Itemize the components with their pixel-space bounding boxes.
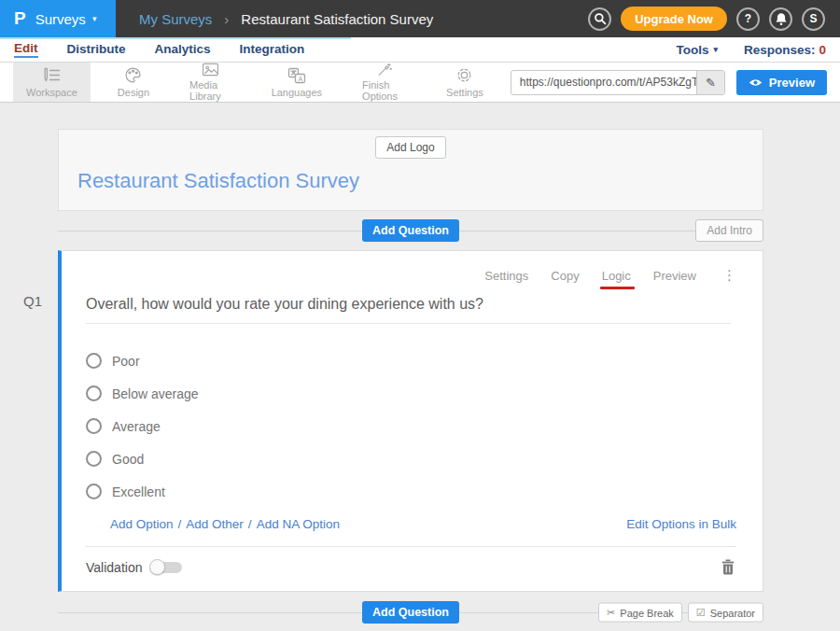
option-row: Poor bbox=[86, 344, 736, 377]
page-break-icon: ✂ bbox=[607, 607, 615, 619]
top-header-bar: P Surveys ▾ My Surveys › Restaurant Sati… bbox=[0, 0, 840, 37]
responses-count: 0 bbox=[819, 43, 826, 57]
option-row: Excellent bbox=[86, 475, 736, 508]
tab-integration[interactable]: Integration bbox=[240, 42, 305, 57]
insert-row-top: Add Question Add Intro bbox=[58, 211, 763, 250]
toolbar-item-settings[interactable]: Settings bbox=[433, 63, 497, 102]
progress-line bbox=[0, 37, 351, 39]
page-break-label: Page Break bbox=[620, 607, 673, 618]
search-icon bbox=[594, 12, 607, 25]
option-label[interactable]: Good bbox=[112, 452, 144, 467]
questionpro-logo: P bbox=[14, 8, 26, 29]
avatar-initial: S bbox=[809, 12, 817, 25]
add-logo-button[interactable]: Add Logo bbox=[375, 136, 445, 159]
logic-label: Logic bbox=[602, 269, 631, 283]
search-button[interactable] bbox=[588, 7, 611, 31]
breadcrumb-current-survey: Restaurant Satisfaction Survey bbox=[241, 11, 433, 27]
question-settings-link[interactable]: Settings bbox=[484, 269, 528, 283]
option-label[interactable]: Excellent bbox=[112, 484, 165, 499]
kebab-menu-icon[interactable]: ⋮ bbox=[722, 267, 736, 284]
chevron-down-icon: ▾ bbox=[713, 45, 718, 54]
option-row: Average bbox=[86, 410, 736, 442]
option-row: Good bbox=[86, 442, 736, 475]
question-text[interactable]: Overall, how would you rate your dining … bbox=[86, 296, 731, 324]
separator-button[interactable]: ☑ Separator bbox=[688, 603, 763, 623]
product-name: Surveys bbox=[35, 11, 86, 27]
option-label[interactable]: Average bbox=[112, 419, 161, 434]
image-icon bbox=[201, 63, 220, 77]
notifications-button[interactable] bbox=[769, 7, 792, 31]
insert-row-bottom: Add Question ✂ Page Break ☑ Separator bbox=[58, 596, 763, 629]
tab-analytics[interactable]: Analytics bbox=[155, 42, 211, 57]
add-other-link[interactable]: Add Other bbox=[186, 517, 244, 531]
breadcrumb-separator-icon: › bbox=[224, 11, 229, 27]
option-links-row: Add Option / Add Other / Add NA Option E… bbox=[110, 517, 736, 531]
logic-red-underline-annotation bbox=[600, 287, 635, 289]
tools-label: Tools bbox=[676, 43, 708, 57]
radio-button[interactable] bbox=[86, 353, 102, 369]
upgrade-now-button[interactable]: Upgrade Now bbox=[621, 7, 727, 31]
preview-button[interactable]: Preview bbox=[736, 70, 827, 95]
question-copy-link[interactable]: Copy bbox=[551, 269, 579, 283]
validation-toggle[interactable] bbox=[149, 559, 183, 575]
pencil-icon: ✎ bbox=[706, 76, 716, 90]
toolbar-item-finish-options[interactable]: Finish Options bbox=[349, 63, 419, 102]
translate-icon: A bbox=[287, 67, 306, 84]
separator-label: Separator bbox=[710, 607, 755, 618]
toolbar-right-group: https://questionpro.com/t/AP53kZgTV ✎ Pr… bbox=[511, 63, 840, 102]
radio-button[interactable] bbox=[86, 386, 102, 401]
topbar-actions: Upgrade Now ? S bbox=[588, 7, 840, 31]
question-mark-icon: ? bbox=[745, 12, 751, 25]
question-logic-link[interactable]: Logic bbox=[602, 269, 631, 283]
breadcrumb-my-surveys[interactable]: My Surveys bbox=[139, 11, 212, 27]
option-row: Below average bbox=[86, 377, 736, 410]
gear-icon bbox=[455, 66, 473, 84]
edit-options-in-bulk-link[interactable]: Edit Options in Bulk bbox=[626, 517, 736, 531]
survey-canvas: Q1 Add Logo Restaurant Satisfaction Surv… bbox=[0, 103, 840, 631]
responses-counter[interactable]: Responses:0 bbox=[744, 43, 826, 57]
edit-url-button[interactable]: ✎ bbox=[696, 70, 724, 95]
toolbar-item-label: Finish Options bbox=[362, 79, 406, 102]
account-avatar[interactable]: S bbox=[802, 7, 825, 31]
tab-distribute[interactable]: Distribute bbox=[67, 42, 126, 57]
toolbar-item-label: Workspace bbox=[26, 87, 77, 98]
toolbar-item-label: Languages bbox=[272, 87, 322, 98]
add-question-button-bottom[interactable]: Add Question bbox=[362, 601, 459, 624]
surveys-product-menu[interactable]: P Surveys ▾ bbox=[0, 0, 116, 37]
preview-label: Preview bbox=[769, 76, 815, 90]
survey-url-field[interactable]: https://questionpro.com/t/AP53kZgTV bbox=[511, 76, 696, 89]
validation-left: Validation bbox=[86, 559, 183, 575]
option-label[interactable]: Poor bbox=[112, 354, 140, 369]
survey-header-section: Add Logo Restaurant Satisfaction Survey bbox=[58, 129, 763, 211]
survey-title[interactable]: Restaurant Satisfaction Survey bbox=[77, 169, 763, 193]
breadcrumb: My Surveys › Restaurant Satisfaction Sur… bbox=[139, 11, 433, 27]
toolbar-item-media-library[interactable]: Media Library bbox=[176, 63, 245, 102]
workspace-icon bbox=[42, 67, 61, 84]
toolbar-item-workspace[interactable]: Workspace bbox=[13, 63, 91, 102]
radio-button[interactable] bbox=[86, 451, 102, 467]
radio-button[interactable] bbox=[86, 484, 102, 499]
link-separator: / bbox=[248, 517, 252, 531]
toolbar-item-label: Design bbox=[118, 87, 149, 98]
page-break-button[interactable]: ✂ Page Break bbox=[598, 603, 682, 623]
link-separator: / bbox=[178, 517, 182, 531]
question-preview-link[interactable]: Preview bbox=[653, 269, 696, 283]
add-question-button-top[interactable]: Add Question bbox=[362, 219, 459, 242]
toolbar-item-design[interactable]: Design bbox=[105, 63, 162, 102]
bell-icon bbox=[775, 12, 788, 26]
add-option-link[interactable]: Add Option bbox=[110, 517, 174, 531]
delete-question-button[interactable] bbox=[721, 559, 735, 575]
option-label[interactable]: Below average bbox=[112, 386, 199, 401]
trash-icon bbox=[721, 559, 735, 575]
toolbar-item-languages[interactable]: A Languages bbox=[259, 63, 335, 102]
tab-edit[interactable]: Edit bbox=[14, 41, 38, 58]
option-links-left: Add Option / Add Other / Add NA Option bbox=[110, 517, 340, 531]
validation-label: Validation bbox=[86, 560, 142, 575]
help-button[interactable]: ? bbox=[736, 7, 760, 31]
insert-row-top-right: Add Intro bbox=[695, 219, 763, 242]
tools-menu[interactable]: Tools ▾ bbox=[676, 43, 718, 57]
add-intro-button[interactable]: Add Intro bbox=[695, 219, 763, 242]
toolbar-item-label: Media Library bbox=[189, 79, 231, 102]
add-na-option-link[interactable]: Add NA Option bbox=[257, 517, 340, 531]
radio-button[interactable] bbox=[86, 418, 102, 434]
